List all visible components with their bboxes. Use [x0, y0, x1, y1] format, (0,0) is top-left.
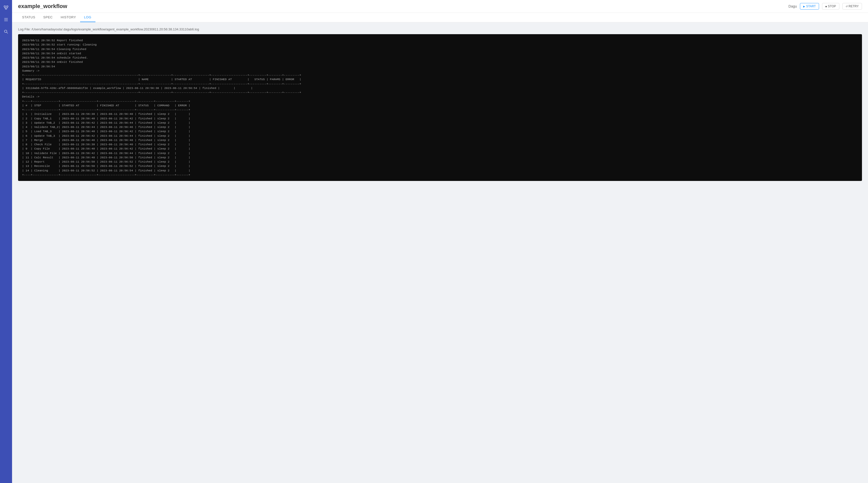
sidebar [0, 0, 12, 483]
retry-icon: ↺ [846, 5, 848, 8]
start-icon: ▶ [803, 5, 805, 8]
content-area: Log File: /Users/hamadayouta/.dagu/logs/… [12, 22, 868, 483]
main-area: example_workflow Dagu ▶ START ■ STOP ↺ R… [12, 0, 868, 483]
svg-line-11 [7, 32, 8, 34]
retry-label: RETRY [849, 4, 859, 8]
tabs: STATUS SPEC HISTORY LOG [18, 13, 862, 22]
log-file-prefix: Log File: [18, 27, 31, 31]
tab-history[interactable]: HISTORY [57, 13, 80, 22]
tab-status[interactable]: STATUS [18, 13, 39, 22]
tab-spec[interactable]: SPEC [39, 13, 57, 22]
page-title: example_workflow [18, 3, 67, 9]
tab-log[interactable]: LOG [80, 13, 95, 22]
stop-icon: ■ [825, 5, 827, 8]
svg-rect-1 [6, 6, 8, 7]
app-name: Dagu [788, 4, 797, 8]
log-file-path: /Users/hamadayouta/.dagu/logs/example_wo… [32, 27, 199, 31]
retry-button[interactable]: ↺ RETRY [842, 3, 862, 9]
search-icon[interactable] [2, 28, 9, 35]
tabs-section: STATUS SPEC HISTORY LOG [12, 13, 868, 22]
svg-rect-0 [4, 6, 5, 7]
terminal-output: 2023/08/11 20:56:52 Report finished 2023… [18, 34, 862, 181]
stop-button[interactable]: ■ STOP [822, 3, 839, 9]
start-button[interactable]: ▶ START [800, 3, 819, 9]
start-label: START [806, 4, 816, 8]
header-actions: Dagu ▶ START ■ STOP ↺ RETRY [788, 3, 862, 9]
stop-label: STOP [828, 4, 836, 8]
dag-icon[interactable] [2, 4, 9, 11]
log-file-label: Log File: /Users/hamadayouta/.dagu/logs/… [18, 27, 862, 31]
svg-point-10 [4, 30, 7, 33]
header: example_workflow Dagu ▶ START ■ STOP ↺ R… [12, 0, 868, 13]
list-icon[interactable] [2, 16, 9, 23]
